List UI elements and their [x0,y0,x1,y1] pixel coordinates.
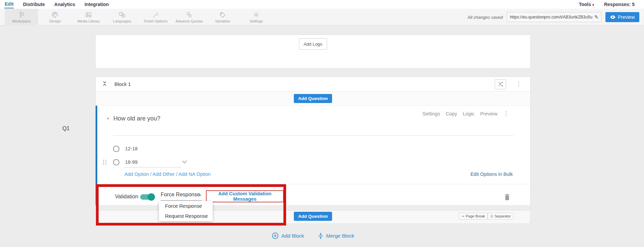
option-links: Add Option / Add Other / Add NA Option [124,171,211,177]
preview-label: Preview [618,14,635,20]
radio-button-option-1[interactable] [113,146,119,152]
shuffle-icon [498,82,503,87]
validation-toggle[interactable] [140,194,154,200]
force-response-select[interactable]: Force Response ▾ [161,192,202,201]
block-card: Block 1 ⋮ Add Question Settings Copy Log… [95,77,531,223]
question-preview-link[interactable]: Preview [480,111,497,116]
add-question-button-top[interactable]: Add Question [294,94,332,103]
toolbar-right: All changes saved https://eu.questionpro… [468,9,639,26]
survey-editor-screen: Edit Distribute Analytics Integration To… [0,0,644,247]
nav-tab-distribute[interactable]: Distribute [22,1,45,8]
option-label[interactable]: 12-18 [125,146,138,151]
toolbar-item-label: Settings [250,19,263,23]
toolbar-item-media-library[interactable]: Media Library [72,9,105,26]
toolbar-item-settings[interactable]: Settings [239,9,273,26]
caret-down-icon: ▾ [592,3,594,7]
validation-dropdown-menu: Force Response Request Response [159,201,213,221]
svg-text:*: * [120,13,121,15]
separator-button[interactable]: ☑ Separator [488,213,514,219]
toolbar-item-label: Languages [113,19,131,23]
settings-icon [253,11,260,18]
separator-label: Separator [495,214,511,218]
survey-url-field[interactable]: https://eu.questionpro.com/t/AB3urtkZB3u… [507,12,601,22]
dropdown-option-request-response[interactable]: Request Response [159,211,213,221]
add-block-button[interactable]: Add Block [272,232,304,239]
tools-dropdown[interactable]: Tools ▾ [579,2,594,7]
add-custom-validation-messages-button[interactable]: Add Custom Validation Messages [206,190,284,202]
checkbox-icon: ☑ [490,214,493,218]
toolbar-item-design[interactable]: Design [38,9,72,26]
delete-question-button[interactable] [503,194,511,202]
nav-tab-analytics[interactable]: Analytics [54,1,75,8]
merge-block-label: Merge Block [326,233,354,239]
link-separator: / [150,171,152,177]
answer-option-row: 12-18 [97,144,530,154]
toolbar-item-label: Design [49,19,61,23]
answer-option-row: 18-99 [97,157,530,167]
question-actions: Settings Copy Logic Preview ⋮ [422,111,509,116]
survey-header-card: Add Logo Muster [95,35,531,68]
randomize-block-button[interactable] [495,79,506,89]
question-menu-kebab-icon[interactable]: ⋮ [503,111,509,116]
question-settings-link[interactable]: Settings [422,111,440,116]
top-nav-tabs: Edit Distribute Analytics Integration [4,0,118,9]
toolbar-item-label: Media Library [77,19,100,23]
responses-count[interactable]: Responses: 5 [604,2,635,7]
chevron-down-icon[interactable] [182,159,187,165]
toolbar-item-workspace[interactable]: Workspace [5,9,38,26]
question-copy-link[interactable]: Copy [446,111,457,116]
toolbar-item-finish-options[interactable]: Finish Options [139,9,172,26]
add-block-label: Add Block [281,233,304,239]
toolbar-item-label: Variables [215,19,230,23]
add-logo-button[interactable]: Add Logo [299,38,327,50]
design-icon [51,11,59,18]
variables-icon [219,11,226,18]
merge-icon [318,233,324,239]
add-option-link[interactable]: Add Option [124,171,149,177]
drag-handle-icon[interactable] [103,159,108,166]
editor-toolbar: Workspace Design Media Library *A Langua… [0,9,644,26]
add-na-option-link[interactable]: Add NA Option [178,171,211,177]
scissors-icon: ✂ [462,214,464,218]
required-asterisk-icon: * [107,117,109,123]
question-card: Settings Copy Logic Preview ⋮ * How old … [96,106,530,205]
dropdown-option-force-response[interactable]: Force Response [159,201,213,211]
validation-label: Validation [115,194,138,200]
option-input-underline [124,167,181,167]
nav-tab-integration[interactable]: Integration [84,1,109,8]
toolbar-item-advance-quotas[interactable]: Advance Quotas [172,9,206,26]
nav-tab-edit[interactable]: Edit [4,0,14,8]
trash-icon [504,194,510,201]
force-response-select-value: Force Response [161,192,200,197]
svg-text:A: A [122,14,124,17]
toolbar-item-variables[interactable]: Variables [206,9,239,26]
edit-url-pencil-icon[interactable]: ✎ [594,14,599,20]
block-header: Block 1 ⋮ [96,77,530,92]
link-separator: / [176,171,177,177]
edit-options-in-bulk-link[interactable]: Edit Options in Bulk [470,171,513,177]
option-label[interactable]: 18-99 [125,159,138,165]
toolbar-items: Workspace Design Media Library *A Langua… [5,9,273,26]
add-other-link[interactable]: Add Other [153,171,175,177]
survey-url-value: https://eu.questionpro.com/t/AB3urtkZB3u… [510,15,592,19]
media-library-icon [85,11,92,18]
option-links-row: Add Option / Add Other / Add NA Option E… [97,171,530,178]
save-status-text: All changes saved [468,15,503,20]
add-question-band: Add Question [96,92,530,106]
page-break-label: Page Break [466,214,485,218]
toolbar-item-languages[interactable]: *A Languages [105,9,139,26]
collapse-block-icon[interactable] [102,81,109,88]
page-break-button[interactable]: ✂ Page Break [459,213,488,219]
block-title[interactable]: Block 1 [114,77,131,92]
advance-quotas-icon [185,11,193,18]
add-question-button-bottom[interactable]: Add Question [294,212,332,221]
preview-button[interactable]: Preview [605,12,639,22]
question-logic-link[interactable]: Logic [463,111,475,116]
merge-block-button[interactable]: Merge Block [318,232,354,239]
toolbar-item-label: Finish Options [144,19,167,23]
block-menu-kebab-icon[interactable]: ⋮ [516,81,522,87]
question-text-input[interactable]: How old are you? [113,115,160,122]
toolbar-item-label: Workspace [12,19,31,23]
circle-plus-icon [272,232,279,239]
radio-button-option-2[interactable] [113,159,119,165]
